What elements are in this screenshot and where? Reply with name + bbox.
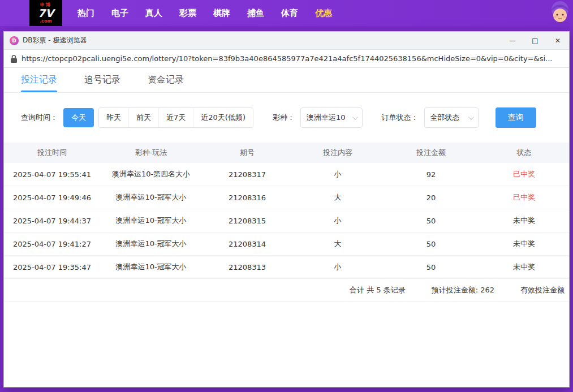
time-option-today[interactable]: 今天 bbox=[63, 108, 94, 127]
chevron-down-icon bbox=[352, 114, 357, 120]
issue-number: 21208317 bbox=[202, 170, 292, 179]
bet-time: 2025-04-07 19:55:41 bbox=[4, 170, 100, 179]
time-option-day-before[interactable]: 前天 bbox=[128, 108, 158, 127]
game-play: 澳洲幸运10-冠军大小 bbox=[100, 192, 202, 203]
game-play: 澳洲幸运10-第四名大小 bbox=[100, 169, 202, 179]
logo-suffix-text: .com bbox=[40, 19, 52, 24]
time-option-yesterday[interactable]: 昨天 bbox=[99, 108, 128, 127]
window-title: DB彩票 - 极速浏览器 bbox=[23, 36, 501, 45]
status-badge: 已中奖 bbox=[479, 192, 569, 203]
search-button[interactable]: 查询 bbox=[496, 107, 536, 128]
order-status-select[interactable]: 全部状态 bbox=[424, 107, 479, 128]
table-row: 2025-04-07 19:49:46 澳洲幸运10-冠军大小 21208316… bbox=[4, 186, 569, 209]
site-logo[interactable]: 申博 7V .com bbox=[29, 0, 62, 26]
issue-number: 21208315 bbox=[202, 217, 292, 225]
filter-bar: 查询时间： 今天 昨天 前天 近7天 近20天(低频) 彩种： 澳洲幸运10 订… bbox=[21, 107, 569, 128]
close-button[interactable]: ✕ bbox=[546, 32, 569, 49]
order-status-label: 订单状态： bbox=[382, 113, 419, 123]
summary-total: 合计 共 5 条记录 bbox=[350, 285, 406, 295]
browser-window: D DB彩票 - 极速浏览器 — □ ✕ https://ctopcp02pca… bbox=[3, 31, 570, 387]
user-avatar-icon[interactable] bbox=[548, 1, 572, 25]
tab-fund-records[interactable]: 资金记录 bbox=[148, 68, 184, 92]
nav-item-live[interactable]: 真人 bbox=[137, 0, 171, 26]
window-controls: — □ ✕ bbox=[501, 32, 569, 49]
time-option-20days[interactable]: 近20天(低频) bbox=[193, 108, 253, 127]
header-issue: 期号 bbox=[202, 148, 292, 158]
header-status: 状态 bbox=[479, 148, 569, 158]
site-top-nav: 申博 7V .com 热门 电子 真人 彩票 棋牌 捕鱼 体育 优惠 bbox=[0, 0, 573, 26]
bet-content: 小 bbox=[292, 262, 383, 272]
summary-expected-amount: 预计投注金额: 262 bbox=[432, 285, 494, 295]
nav-item-promo[interactable]: 优惠 bbox=[307, 0, 341, 26]
bet-content: 大 bbox=[292, 192, 383, 203]
table-row: 2025-04-07 19:55:41 澳洲幸运10-第四名大小 2120831… bbox=[4, 163, 569, 186]
status-badge: 已中奖 bbox=[479, 169, 569, 179]
nav-item-sports[interactable]: 体育 bbox=[273, 0, 307, 26]
bet-time: 2025-04-07 19:41:27 bbox=[4, 240, 100, 248]
nav-item-slots[interactable]: 电子 bbox=[103, 0, 137, 26]
summary-valid-amount: 有效投注金额 bbox=[520, 285, 565, 295]
table-header: 投注时间 彩种-玩法 期号 投注内容 投注金额 状态 bbox=[4, 143, 569, 163]
bet-time: 2025-04-07 19:44:37 bbox=[4, 217, 100, 225]
minimize-button[interactable]: — bbox=[501, 32, 524, 49]
bet-amount: 20 bbox=[383, 193, 479, 202]
window-titlebar: D DB彩票 - 极速浏览器 — □ ✕ bbox=[4, 32, 569, 50]
bet-content: 大 bbox=[292, 239, 383, 249]
time-option-group: 昨天 前天 近7天 近20天(低频) bbox=[98, 107, 253, 128]
bet-time: 2025-04-07 19:49:46 bbox=[4, 193, 100, 202]
main-nav: 热门 电子 真人 彩票 棋牌 捕鱼 体育 优惠 bbox=[69, 0, 341, 26]
chevron-down-icon bbox=[468, 114, 473, 120]
bet-amount: 50 bbox=[383, 240, 479, 248]
nav-item-lottery[interactable]: 彩票 bbox=[171, 0, 205, 26]
issue-number: 21208314 bbox=[202, 240, 292, 248]
bet-time: 2025-04-07 19:35:47 bbox=[4, 263, 100, 272]
tab-bet-records[interactable]: 投注记录 bbox=[21, 68, 57, 92]
issue-number: 21208316 bbox=[202, 193, 292, 202]
lock-icon bbox=[11, 55, 17, 63]
header-bet-amount: 投注金额 bbox=[383, 148, 479, 158]
table-row: 2025-04-07 19:44:37 澳洲幸运10-冠军大小 21208315… bbox=[4, 209, 569, 232]
header-bet-time: 投注时间 bbox=[4, 148, 100, 158]
bet-amount: 50 bbox=[383, 263, 479, 272]
bet-amount: 50 bbox=[383, 217, 479, 225]
time-option-7days[interactable]: 近7天 bbox=[158, 108, 193, 127]
table-summary: 合计 共 5 条记录 预计投注金额: 262 有效投注金额 bbox=[4, 279, 569, 301]
url-input[interactable]: https://ctopcp02pcali.uengi5e.com/lotter… bbox=[21, 54, 562, 63]
game-play: 澳洲幸运10-冠军大小 bbox=[100, 262, 202, 272]
header-game-play: 彩种-玩法 bbox=[100, 148, 202, 158]
time-filter-label: 查询时间： bbox=[21, 113, 58, 123]
nav-item-fishing[interactable]: 捕鱼 bbox=[239, 0, 273, 26]
address-bar: https://ctopcp02pcali.uengi5e.com/lotter… bbox=[4, 50, 569, 68]
lottery-select-value: 澳洲幸运10 bbox=[307, 113, 346, 123]
bet-amount: 92 bbox=[383, 170, 479, 179]
status-badge: 未中奖 bbox=[479, 262, 569, 272]
tab-chase-records[interactable]: 追号记录 bbox=[84, 68, 120, 92]
status-badge: 未中奖 bbox=[479, 239, 569, 249]
order-status-value: 全部状态 bbox=[430, 113, 460, 123]
status-badge: 未中奖 bbox=[479, 216, 569, 226]
bet-content: 小 bbox=[292, 169, 383, 179]
game-play: 澳洲幸运10-冠军大小 bbox=[100, 216, 202, 226]
nav-item-cards[interactable]: 棋牌 bbox=[205, 0, 239, 26]
bet-content: 小 bbox=[292, 216, 383, 226]
record-tabs: 投注记录 追号记录 资金记录 bbox=[4, 68, 569, 93]
game-play: 澳洲幸运10-冠军大小 bbox=[100, 239, 202, 249]
header-bet-content: 投注内容 bbox=[292, 148, 383, 158]
logo-main-text: 7V bbox=[38, 8, 54, 19]
maximize-button[interactable]: □ bbox=[524, 32, 546, 49]
table-row: 2025-04-07 19:35:47 澳洲幸运10-冠军大小 21208313… bbox=[4, 256, 569, 279]
table-row: 2025-04-07 19:41:27 澳洲幸运10-冠军大小 21208314… bbox=[4, 232, 569, 256]
issue-number: 21208313 bbox=[202, 263, 292, 272]
lottery-select[interactable]: 澳洲幸运10 bbox=[300, 107, 363, 128]
lottery-filter-label: 彩种： bbox=[273, 113, 295, 123]
nav-item-hot[interactable]: 热门 bbox=[69, 0, 103, 26]
window-app-icon: D bbox=[10, 36, 19, 45]
page-content: 投注记录 追号记录 资金记录 查询时间： 今天 昨天 前天 近7天 近20天(低… bbox=[4, 68, 569, 387]
